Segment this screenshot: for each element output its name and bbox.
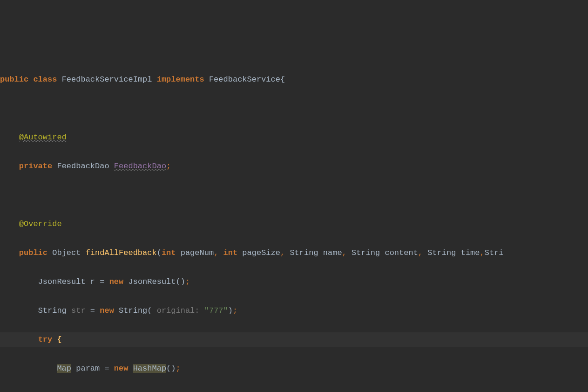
param: name — [323, 248, 342, 257]
annotation-autowired: @Autowired — [19, 133, 67, 142]
code-line: @Autowired — [0, 130, 588, 144]
variable: r — [90, 277, 95, 286]
interface-name: FeedbackService — [209, 75, 280, 84]
code-line: param.put( k: "name", name); — [0, 390, 588, 392]
keyword-public: public — [0, 75, 28, 84]
param: Stri — [485, 248, 504, 257]
keyword-int: int — [162, 248, 176, 257]
param: pageSize — [242, 248, 280, 257]
code-line-active: try { — [0, 332, 588, 347]
code-line — [0, 101, 588, 116]
code-editor[interactable]: public class FeedbackServiceImpl impleme… — [0, 58, 588, 392]
type-hashmap: HashMap — [133, 364, 166, 373]
keyword-implements: implements — [157, 75, 204, 84]
code-line: public class FeedbackServiceImpl impleme… — [0, 72, 588, 87]
keyword-class: class — [33, 75, 57, 84]
code-line: Map param = new HashMap(); — [0, 361, 588, 376]
keyword-try: try — [38, 335, 53, 344]
type-string: String — [427, 248, 456, 257]
keyword-int: int — [223, 248, 238, 257]
string-literal: "777" — [204, 306, 228, 315]
keyword-new: new — [109, 277, 124, 286]
annotation-override: @Override — [19, 220, 62, 228]
code-line: @Override — [0, 217, 588, 231]
keyword-new: new — [114, 364, 128, 373]
field-name: FeedbackDao — [114, 162, 166, 171]
type-name: FeedbackDao — [57, 162, 109, 171]
type-string: String — [290, 248, 318, 257]
inline-hint: original: — [157, 306, 200, 315]
keyword-private: private — [19, 162, 52, 171]
type-string: String — [351, 248, 380, 257]
keyword-new: new — [100, 306, 114, 315]
param: time — [461, 248, 480, 257]
type-map: Map — [57, 364, 71, 373]
type-string: String — [38, 306, 67, 315]
keyword-public: public — [19, 248, 47, 257]
code-line: public Object findAllFeedback(int pageNu… — [0, 246, 588, 260]
variable: param — [76, 364, 100, 373]
code-line — [0, 188, 588, 202]
method-name: findAllFeedback — [86, 248, 157, 257]
type-object: Object — [52, 248, 81, 257]
variable: str — [71, 306, 86, 315]
type-name: JsonResult — [128, 277, 176, 286]
param: content — [385, 248, 418, 257]
type-name: JsonResult — [38, 277, 86, 286]
param: pageNum — [181, 248, 214, 257]
code-line: JsonResult r = new JsonResult(); — [0, 275, 588, 289]
code-line: private FeedbackDao FeedbackDao; — [0, 159, 588, 173]
type-string: String — [119, 306, 147, 315]
class-name: FeedbackServiceImpl — [62, 75, 152, 84]
code-line: String str = new String( original: "777"… — [0, 303, 588, 318]
